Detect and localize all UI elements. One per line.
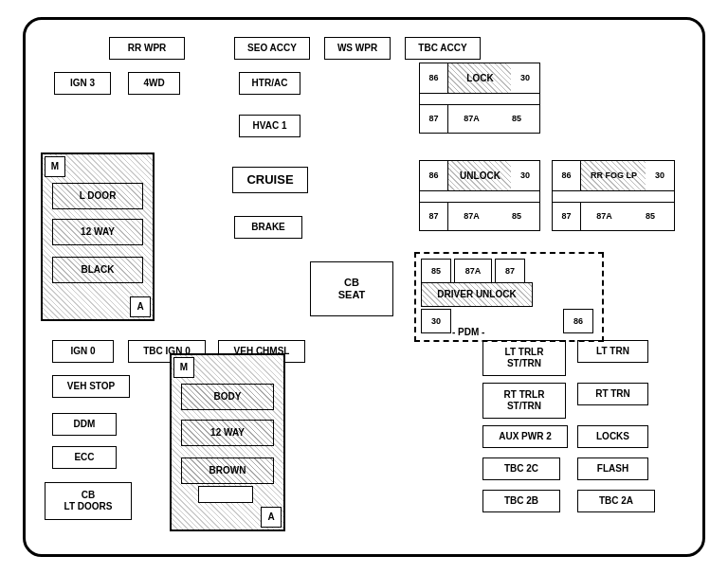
relay-unlock-86: 86 bbox=[420, 161, 448, 191]
driver-unlock-85: 85 bbox=[421, 259, 451, 283]
relay-lock-86: 86 bbox=[420, 63, 448, 94]
relay-rr-fog-87: 87 bbox=[553, 202, 581, 230]
relay-lock-30: 30 bbox=[511, 63, 539, 94]
ws-wpr-box: WS WPR bbox=[324, 37, 391, 60]
m-label-body: M bbox=[173, 357, 194, 378]
relay-rr-fog-87a: 87A bbox=[581, 202, 628, 230]
rr-wpr-box: RR WPR bbox=[109, 37, 185, 60]
relay-rr-fog-30: 30 bbox=[646, 161, 674, 191]
lt-trlr-st-trn-box: LT TRLRST/TRN bbox=[482, 340, 566, 376]
pdm-label: - PDM - bbox=[452, 327, 484, 337]
ddm-box: DDM bbox=[52, 413, 117, 436]
relay-rr-fog-group: 86 RR FOG LP 30 87 87A 85 bbox=[552, 160, 675, 231]
htr-ac-box: HTR/AC bbox=[239, 72, 300, 95]
body-connector bbox=[198, 486, 253, 503]
relay-lock-85: 85 bbox=[494, 104, 539, 133]
body-box: BODY bbox=[181, 384, 274, 410]
lt-trn-box: LT TRN bbox=[577, 340, 648, 363]
ign3-box: IGN 3 bbox=[54, 72, 111, 95]
relay-unlock-87: 87 bbox=[420, 202, 448, 230]
4wd-box: 4WD bbox=[128, 72, 180, 95]
relay-lock-87: 87 bbox=[420, 104, 448, 133]
brake-box: BRAKE bbox=[234, 216, 302, 239]
black-box: BLACK bbox=[52, 257, 143, 283]
seo-accy-box: SEO ACCY bbox=[234, 37, 310, 60]
rt-trlr-st-trn-box: RT TRLRST/TRN bbox=[482, 383, 566, 419]
driver-unlock-87: 87 bbox=[495, 259, 525, 283]
locks-box: LOCKS bbox=[577, 425, 648, 448]
relay-unlock-label: UNLOCK bbox=[448, 161, 513, 191]
driver-unlock-86: 86 bbox=[563, 309, 593, 333]
tbc-2c-box: TBC 2C bbox=[482, 457, 560, 480]
tbc-accy-box: TBC ACCY bbox=[405, 37, 481, 60]
tbc-2b-box: TBC 2B bbox=[482, 490, 560, 512]
aux-pwr2-box: AUX PWR 2 bbox=[482, 425, 568, 448]
veh-stop-box: VEH STOP bbox=[52, 375, 130, 398]
pdm-dashed-group: 85 87A 87 DRIVER UNLOCK 30 86 - PDM - bbox=[414, 252, 604, 342]
relay-lock-87a: 87A bbox=[448, 104, 496, 133]
hvac1-box: HVAC 1 bbox=[239, 115, 300, 137]
body-group: M BODY 12 WAY BROWN A bbox=[170, 353, 285, 531]
flash-box: FLASH bbox=[577, 457, 648, 480]
relay-unlock-group: 86 UNLOCK 30 87 87A 85 bbox=[419, 160, 540, 231]
relay-rr-fog-85: 85 bbox=[627, 202, 674, 230]
cb-lt-doors-box: CBLT DOORS bbox=[45, 482, 132, 520]
ign0-box: IGN 0 bbox=[52, 340, 114, 363]
driver-unlock-label: DRIVER UNLOCK bbox=[421, 282, 533, 307]
relay-unlock-85: 85 bbox=[494, 202, 539, 230]
driver-unlock-30: 30 bbox=[421, 309, 451, 333]
relay-lock-group: 86 LOCK 30 87 87A 85 bbox=[419, 63, 540, 134]
tbc-2a-box: TBC 2A bbox=[577, 490, 655, 512]
relay-rr-fog-86: 86 bbox=[553, 161, 581, 191]
fuse-relay-diagram: RR WPR SEO ACCY WS WPR TBC ACCY IGN 3 4W… bbox=[23, 17, 705, 557]
ldoor-group: M L DOOR 12 WAY BLACK A bbox=[41, 152, 155, 321]
m-label-ldoor: M bbox=[45, 156, 65, 177]
relay-rr-fog-label: RR FOG LP bbox=[581, 161, 647, 191]
12way-body-box: 12 WAY bbox=[181, 420, 274, 446]
rt-trn-box: RT TRN bbox=[577, 383, 648, 405]
relay-unlock-30: 30 bbox=[511, 161, 539, 191]
ecc-box: ECC bbox=[52, 446, 117, 469]
a-label-ldoor: A bbox=[130, 296, 151, 317]
l-door-box: L DOOR bbox=[52, 183, 143, 209]
relay-lock-label: LOCK bbox=[448, 63, 513, 94]
cruise-box: CRUISE bbox=[232, 167, 308, 193]
12way-ldoor-box: 12 WAY bbox=[52, 219, 143, 245]
a-label-body: A bbox=[261, 507, 282, 528]
brown-box: BROWN bbox=[181, 457, 274, 484]
relay-unlock-87a: 87A bbox=[448, 202, 496, 230]
driver-unlock-87a: 87A bbox=[454, 259, 492, 283]
cb-seat-box: CBSEAT bbox=[310, 261, 393, 316]
